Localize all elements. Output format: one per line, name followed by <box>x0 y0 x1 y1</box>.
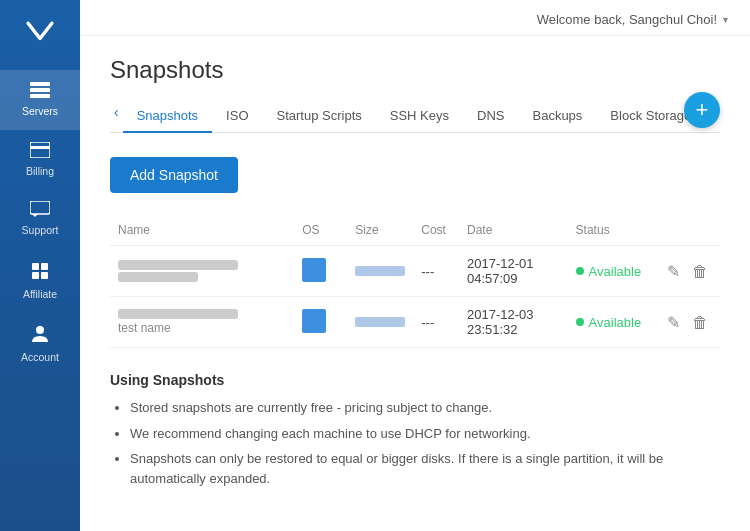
snapshot-date-cell: 2017-12-03 23:51:32 <box>459 297 568 348</box>
size-bar <box>355 266 405 276</box>
using-snapshots-list: Stored snapshots are currently free - pr… <box>110 398 720 488</box>
using-snapshots-section: Using Snapshots Stored snapshots are cur… <box>110 372 720 488</box>
sidebar-item-account-label: Account <box>21 351 59 364</box>
sidebar-item-billing[interactable]: Billing <box>0 130 80 190</box>
tab-iso[interactable]: ISO <box>212 100 262 133</box>
col-header-os: OS <box>294 217 347 246</box>
sidebar-item-support-label: Support <box>22 224 59 237</box>
list-item: Stored snapshots are currently free - pr… <box>130 398 720 418</box>
svg-rect-4 <box>30 146 50 149</box>
col-header-date: Date <box>459 217 568 246</box>
status-text: Available <box>589 315 642 330</box>
svg-rect-6 <box>32 263 39 270</box>
billing-icon <box>30 142 50 161</box>
edit-icon[interactable]: ✎ <box>663 310 684 335</box>
svg-rect-8 <box>32 272 39 279</box>
snapshot-status-cell: Available <box>568 297 656 348</box>
snapshot-status-cell: Available <box>568 246 656 297</box>
table-row: --- 2017-12-01 04:57:09 Available ✎ 🗑 <box>110 246 720 297</box>
tab-ssh-keys[interactable]: SSH Keys <box>376 100 463 133</box>
account-icon <box>30 324 50 347</box>
snapshot-date-cell: 2017-12-01 04:57:09 <box>459 246 568 297</box>
page-title: Snapshots <box>110 56 720 84</box>
support-icon <box>30 201 50 220</box>
sidebar-item-billing-label: Billing <box>26 165 54 178</box>
using-snapshots-title: Using Snapshots <box>110 372 720 388</box>
snapshot-name-block <box>118 260 286 282</box>
os-icon <box>302 258 326 282</box>
sidebar-item-servers-label: Servers <box>22 105 58 118</box>
tabs-row: ‹ Snapshots ISO Startup Scripts SSH Keys… <box>110 100 720 133</box>
tab-snapshots[interactable]: Snapshots <box>123 100 212 133</box>
snapshot-cost-cell: --- <box>413 297 459 348</box>
sidebar-item-affiliate[interactable]: Affiliate <box>0 249 80 313</box>
list-item: Snapshots can only be restored to equal … <box>130 449 720 488</box>
svg-rect-5 <box>30 201 50 214</box>
snapshot-size-cell <box>347 297 413 348</box>
status-available: Available <box>576 315 648 330</box>
snapshot-actions-cell: ✎ 🗑 <box>655 246 720 297</box>
affiliate-icon <box>30 261 50 284</box>
col-header-name: Name <box>110 217 294 246</box>
snapshot-size-cell <box>347 246 413 297</box>
col-header-status: Status <box>568 217 656 246</box>
svg-rect-0 <box>30 82 50 86</box>
main-content: Welcome back, Sangchul Choi! Snapshots ‹… <box>80 0 750 531</box>
sidebar: Servers Billing Support <box>0 0 80 531</box>
tabs-prev-button[interactable]: ‹ <box>110 105 123 119</box>
col-header-actions <box>655 217 720 246</box>
svg-rect-2 <box>30 94 50 98</box>
os-icon <box>302 309 326 333</box>
page-content: Snapshots ‹ Snapshots ISO Startup Script… <box>80 36 750 531</box>
tab-dns[interactable]: DNS <box>463 100 518 133</box>
user-menu[interactable]: Welcome back, Sangchul Choi! <box>537 12 730 27</box>
size-bar <box>355 317 405 327</box>
snapshot-os-cell <box>294 297 347 348</box>
table-row: test name --- 2017-12-03 23:51:32 <box>110 297 720 348</box>
sidebar-item-servers[interactable]: Servers <box>0 70 80 130</box>
status-text: Available <box>589 264 642 279</box>
snapshot-name-cell: test name <box>110 297 294 348</box>
add-fab-button[interactable]: + <box>684 92 720 128</box>
col-header-cost: Cost <box>413 217 459 246</box>
snapshot-cost-cell: --- <box>413 246 459 297</box>
snapshots-table: Name OS Size Cost Date Status <box>110 217 720 348</box>
snapshot-name-block: test name <box>118 309 286 335</box>
logo[interactable] <box>20 10 60 50</box>
welcome-text: Welcome back, Sangchul Choi! <box>537 12 717 27</box>
sidebar-item-account[interactable]: Account <box>0 312 80 376</box>
topbar: Welcome back, Sangchul Choi! <box>80 0 750 36</box>
snapshot-custom-name: test name <box>118 321 286 335</box>
status-dot <box>576 318 584 326</box>
servers-icon <box>30 82 50 101</box>
delete-icon[interactable]: 🗑 <box>688 310 712 335</box>
sidebar-item-affiliate-label: Affiliate <box>23 288 57 301</box>
svg-point-10 <box>36 326 44 334</box>
svg-rect-1 <box>30 88 50 92</box>
tab-backups[interactable]: Backups <box>518 100 596 133</box>
snapshot-actions-cell: ✎ 🗑 <box>655 297 720 348</box>
col-header-size: Size <box>347 217 413 246</box>
list-item: We recommend changing each machine to us… <box>130 424 720 444</box>
svg-rect-9 <box>41 272 48 279</box>
sidebar-item-support[interactable]: Support <box>0 189 80 249</box>
add-snapshot-button[interactable]: Add Snapshot <box>110 157 238 193</box>
snapshot-os-cell <box>294 246 347 297</box>
delete-icon[interactable]: 🗑 <box>688 259 712 284</box>
snapshot-name-blurred-2 <box>118 272 198 282</box>
status-dot <box>576 267 584 275</box>
snapshot-name-blurred-3 <box>118 309 238 319</box>
tab-startup-scripts[interactable]: Startup Scripts <box>263 100 376 133</box>
status-available: Available <box>576 264 648 279</box>
snapshot-name-blurred-1 <box>118 260 238 270</box>
svg-rect-7 <box>41 263 48 270</box>
svg-rect-3 <box>30 142 50 158</box>
snapshot-name-cell <box>110 246 294 297</box>
edit-icon[interactable]: ✎ <box>663 259 684 284</box>
